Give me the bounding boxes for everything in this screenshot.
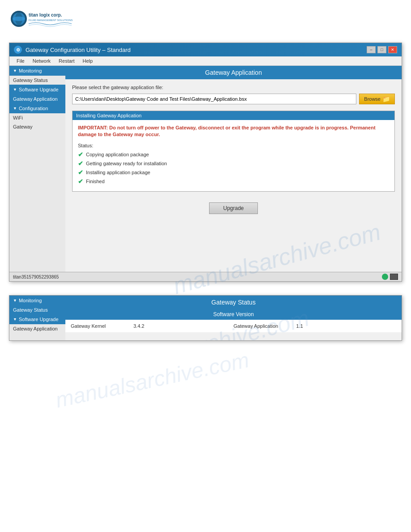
app-icon: ⚙ bbox=[14, 46, 22, 54]
maximize-button[interactable]: □ bbox=[377, 46, 386, 53]
sidebar-software-upgrade-header[interactable]: ▼ Software Upgrade bbox=[9, 85, 65, 94]
installing-body: IMPORTANT: Do not turn off power to the … bbox=[73, 120, 394, 191]
w2-data-row: Gateway Kernel 3.4.2 Gateway Application… bbox=[65, 320, 402, 332]
window1: ⚙ Gateway Configuration Utility – Standa… bbox=[9, 43, 402, 282]
content-header: Gateway Application bbox=[65, 66, 402, 79]
svg-point-3 bbox=[13, 17, 25, 21]
sidebar-monitoring-header[interactable]: ▼ Monitoring bbox=[9, 66, 65, 76]
window2-body: ▼ Monitoring Gateway Status ▼ Software U… bbox=[9, 296, 402, 340]
status-bar-right bbox=[382, 274, 398, 280]
w2-main: Gateway Status Software Version Gateway … bbox=[65, 296, 402, 340]
w2-value-2: 1.1 bbox=[296, 323, 303, 329]
status-item-2: ✔ Getting gateway ready for installation bbox=[78, 160, 389, 167]
installing-box: Installing Gateway Application IMPORTANT… bbox=[72, 111, 395, 192]
close-button[interactable]: ✕ bbox=[388, 46, 397, 53]
svg-text:titan logix corp.: titan logix corp. bbox=[29, 13, 62, 17]
status-bar: titan351579052293865 bbox=[9, 272, 402, 281]
sidebar-configuration-label: Configuration bbox=[19, 106, 48, 111]
w2-gateway-status[interactable]: Gateway Status bbox=[9, 305, 65, 314]
menu-bar: File Network Restart Help bbox=[9, 56, 402, 66]
menu-restart[interactable]: Restart bbox=[55, 57, 78, 64]
status-item-1: ✔ Copying application package bbox=[78, 151, 389, 158]
main-content: Gateway Application Please select the ga… bbox=[65, 66, 402, 272]
logo-area: titan logix corp. FLUID MANAGEMENT SOLUT… bbox=[0, 0, 411, 40]
sidebar-software-upgrade-label: Software Upgrade bbox=[19, 87, 59, 92]
w2-label-2: Gateway Application bbox=[234, 323, 287, 329]
content-body: Please select the gateway application fi… bbox=[65, 79, 402, 197]
menu-network[interactable]: Network bbox=[29, 57, 54, 64]
folder-icon: 📁 bbox=[382, 95, 390, 103]
w2-chevron-1: ▼ bbox=[13, 298, 17, 303]
w2-monitoring-label: Monitoring bbox=[19, 298, 42, 303]
screenshots-container: ⚙ Gateway Configuration Utility – Standa… bbox=[0, 40, 411, 419]
w2-main-header: Gateway Status bbox=[65, 296, 402, 309]
w2-gateway-application[interactable]: Gateway Application bbox=[9, 324, 65, 333]
browse-button[interactable]: Browse 📁 bbox=[359, 94, 395, 104]
logo-container: titan logix corp. FLUID MANAGEMENT SOLUT… bbox=[9, 7, 81, 34]
installing-header: Installing Gateway Application bbox=[73, 111, 394, 120]
status-label: Status: bbox=[78, 143, 389, 148]
chevron-icon: ▼ bbox=[13, 69, 17, 73]
check-icon-1: ✔ bbox=[78, 151, 83, 158]
sidebar-configuration-header[interactable]: ▼ Configuration bbox=[9, 103, 65, 113]
w2-chevron-2: ▼ bbox=[13, 317, 17, 322]
upgrade-button[interactable]: Upgrade bbox=[209, 202, 257, 214]
check-icon-4: ✔ bbox=[78, 178, 83, 185]
status-dot bbox=[382, 274, 388, 280]
menu-file[interactable]: File bbox=[13, 57, 28, 64]
watermark3: manualsarchive.com bbox=[53, 348, 251, 412]
status-text-4: Finished bbox=[86, 179, 105, 184]
w2-sidebar: ▼ Monitoring Gateway Status ▼ Software U… bbox=[9, 296, 65, 340]
browse-label: Browse bbox=[364, 96, 381, 102]
sidebar-monitoring-label: Monitoring bbox=[19, 68, 42, 73]
status-text: titan351579052293865 bbox=[13, 275, 59, 279]
monitor-icon bbox=[390, 274, 398, 280]
w2-data-cell-2: Gateway Application 1.1 bbox=[234, 323, 397, 329]
status-item-3: ✔ Installing application package bbox=[78, 169, 389, 176]
warning-text: IMPORTANT: Do not turn off power to the … bbox=[78, 124, 389, 138]
window-title: Gateway Configuration Utility – Standard bbox=[26, 47, 131, 53]
status-text-2: Getting gateway ready for installation bbox=[86, 161, 167, 166]
check-icon-2: ✔ bbox=[78, 160, 83, 167]
window2: ▼ Monitoring Gateway Status ▼ Software U… bbox=[9, 295, 402, 341]
menu-help[interactable]: Help bbox=[79, 57, 97, 64]
sidebar-gateway-status[interactable]: Gateway Status bbox=[9, 76, 65, 85]
w2-sub-header: Software Version bbox=[65, 309, 402, 320]
file-select-label: Please select the gateway application fi… bbox=[72, 85, 395, 90]
w2-value-1: 3.4.2 bbox=[133, 323, 144, 329]
chevron-icon-3: ▼ bbox=[13, 106, 17, 111]
w2-label-1: Gateway Kernel bbox=[71, 323, 124, 329]
window-body: ▼ Monitoring Gateway Status ▼ Software U… bbox=[9, 66, 402, 272]
chevron-icon-2: ▼ bbox=[13, 87, 17, 92]
file-input-row: Browse 📁 bbox=[72, 94, 395, 104]
sidebar-gateway-application[interactable]: Gateway Application bbox=[9, 94, 65, 103]
w2-data-cell-1: Gateway Kernel 3.4.2 bbox=[71, 323, 234, 329]
status-text-3: Installing application package bbox=[86, 170, 150, 175]
file-path-input[interactable] bbox=[72, 94, 356, 104]
w2-monitoring-header[interactable]: ▼ Monitoring bbox=[9, 296, 65, 305]
minimize-button[interactable]: – bbox=[367, 46, 376, 53]
sidebar-gateway[interactable]: Gateway bbox=[9, 122, 65, 131]
w2-software-upgrade-header[interactable]: ▼ Software Upgrade bbox=[9, 314, 65, 324]
svg-text:FLUID MANAGEMENT SOLUTIONS: FLUID MANAGEMENT SOLUTIONS bbox=[29, 19, 73, 21]
sidebar: ▼ Monitoring Gateway Status ▼ Software U… bbox=[9, 66, 65, 272]
w2-software-upgrade-label: Software Upgrade bbox=[19, 317, 59, 322]
status-item-4: ✔ Finished bbox=[78, 178, 389, 185]
sidebar-wifi[interactable]: WiFi bbox=[9, 113, 65, 122]
upgrade-area: Upgrade bbox=[65, 197, 402, 219]
title-bar: ⚙ Gateway Configuration Utility – Standa… bbox=[9, 43, 402, 56]
status-text-1: Copying application package bbox=[86, 152, 149, 157]
check-icon-3: ✔ bbox=[78, 169, 83, 176]
